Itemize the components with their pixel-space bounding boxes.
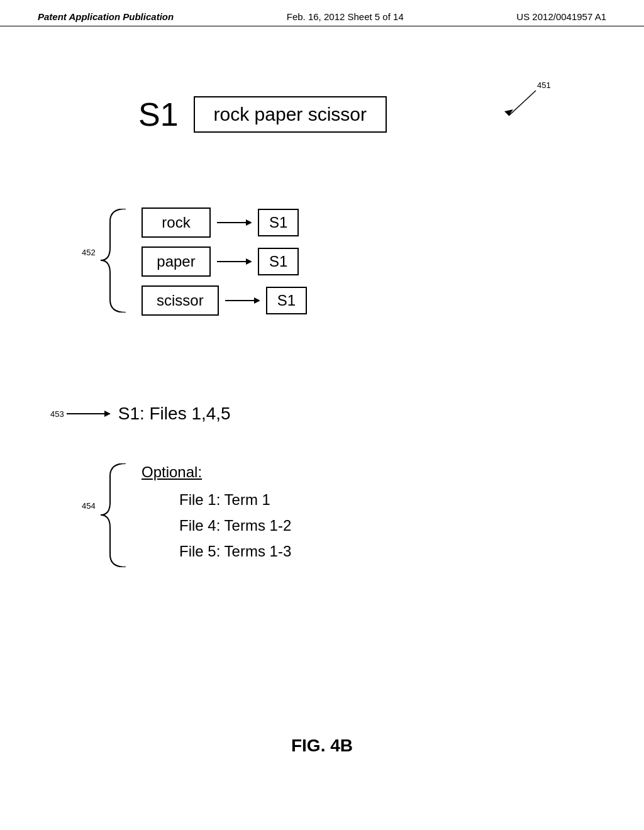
rock-target: S1: [258, 209, 299, 236]
s1-main-label: S1: [138, 96, 179, 133]
s1-main-box: rock paper scissor: [194, 96, 387, 133]
page-header: Patent Application Publication Feb. 16, …: [0, 0, 644, 26]
brace-452: [97, 209, 135, 313]
optional-lines: File 1: Term 1 File 4: Terms 1-2 File 5:…: [142, 487, 291, 564]
optional-line-2: File 4: Terms 1-2: [179, 513, 291, 539]
svg-line-1: [509, 91, 536, 116]
paper-target: S1: [258, 248, 299, 275]
arrow-453: [67, 407, 111, 420]
optional-title: Optional:: [142, 463, 291, 481]
scissor-box: scissor: [142, 285, 219, 316]
arrow-rock: [217, 216, 252, 229]
ref452-label: 452: [82, 248, 96, 257]
item-row-scissor: scissor S1: [142, 285, 307, 316]
rock-box: rock: [142, 208, 211, 238]
svg-marker-8: [254, 297, 260, 304]
fig-caption: FIG. 4B: [0, 736, 644, 756]
main-content: 451 S1 rock paper scissor 452 rock: [0, 26, 644, 819]
svg-marker-4: [246, 219, 252, 226]
arrow-paper: [217, 255, 252, 268]
ref454-label: 454: [82, 501, 96, 511]
optional-line-3: File 5: Terms 1-3: [179, 539, 291, 565]
date-sheet-label: Feb. 16, 2012 Sheet 5 of 14: [287, 11, 404, 22]
optional-line-1: File 1: Term 1: [179, 487, 291, 513]
svg-marker-10: [104, 411, 111, 417]
scissor-target: S1: [266, 287, 307, 314]
brace-454: [97, 463, 135, 567]
section-453: 453 S1: Files 1,4,5: [50, 404, 231, 424]
s1-files-text: S1: Files 1,4,5: [118, 404, 231, 424]
item-row-rock: rock S1: [142, 208, 307, 238]
s1-main-row: S1 rock paper scissor: [138, 96, 387, 133]
patent-number-label: US 2012/0041957 A1: [516, 11, 606, 22]
svg-marker-6: [246, 258, 252, 265]
paper-box: paper: [142, 246, 211, 277]
publication-label: Patent Application Publication: [38, 11, 174, 22]
ref453-label: 453: [50, 409, 64, 419]
ref451-arrow: 451: [468, 77, 594, 127]
arrow-scissor: [225, 294, 260, 307]
optional-block: Optional: File 1: Term 1 File 4: Terms 1…: [142, 463, 291, 564]
svg-text:451: 451: [537, 80, 551, 90]
item-row-paper: paper S1: [142, 246, 307, 277]
items-group: rock S1 paper S1 scissor: [142, 208, 307, 316]
